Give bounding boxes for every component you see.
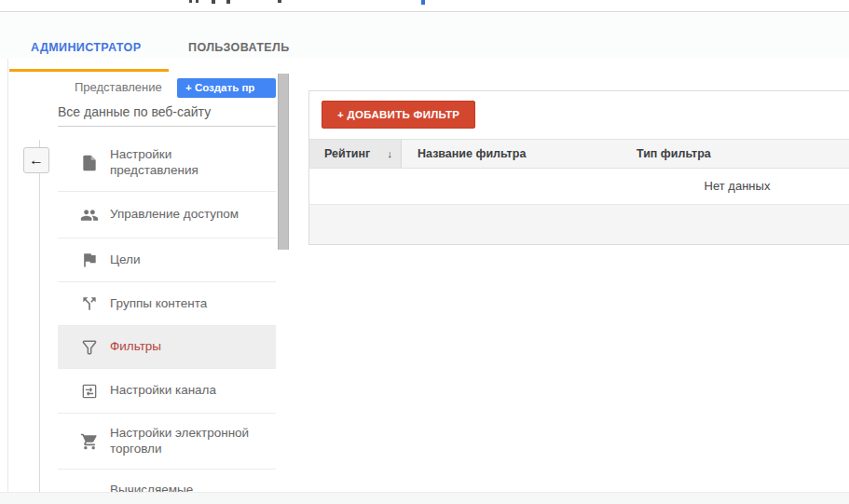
sidebar-item-view-settings[interactable]: Настройки представления: [58, 134, 276, 192]
sidebar-item-content-grouping[interactable]: Группы контента: [58, 282, 276, 326]
table-empty-state: Нет данных: [309, 169, 849, 204]
bottom-edge-strip: [0, 492, 849, 504]
cutoff-text-fragment: [212, 0, 215, 4]
back-button[interactable]: ←: [23, 147, 49, 173]
view-section-label: Представление: [75, 80, 162, 94]
add-filter-button[interactable]: + ДОБАВИТЬ ФИЛЬТР: [322, 101, 475, 129]
filters-card: + ДОБАВИТЬ ФИЛЬТР Рейтинг ↓ Название фил…: [308, 90, 849, 245]
split-icon: [80, 294, 99, 313]
cutoff-text-fragment: [421, 0, 425, 5]
sidebar-item-label: Настройки электронной торговли: [110, 426, 257, 457]
people-icon: [80, 206, 99, 225]
sidebar-item-label: Управление доступом: [110, 207, 239, 223]
sidebar-item-label: Настройки представления: [110, 147, 257, 179]
column-header-filter-name: Название фильтра: [418, 140, 526, 168]
cart-icon: [80, 432, 99, 451]
view-selector-dropdown[interactable]: Все данные по веб-сайту: [58, 104, 276, 127]
column-header-rank-label: Рейтинг: [324, 147, 370, 160]
sidebar-menu: Настройки представленияУправление доступ…: [58, 134, 276, 504]
sidebar-item-user-management[interactable]: Управление доступом: [58, 192, 276, 238]
table-header-row: Рейтинг ↓ Название фильтра Тип фильтра: [309, 139, 849, 169]
channel-icon: [80, 382, 99, 401]
hierarchy-line: [39, 140, 40, 494]
cutoff-text-fragment: [226, 0, 230, 4]
sidebar-item-goals[interactable]: Цели: [58, 238, 276, 282]
active-tab-underline: [9, 69, 169, 72]
tab-user[interactable]: ПОЛЬЗОВАТЕЛЬ: [188, 41, 290, 54]
tab-bar: АДМИНИСТРАТОР ПОЛЬЗОВАТЕЛЬ: [0, 13, 849, 59]
sidebar-item-channel-settings[interactable]: Настройки канала: [58, 369, 276, 414]
cutoff-text-fragment: [196, 0, 199, 3]
sidebar-scrollbar-thumb[interactable]: [278, 74, 289, 250]
sort-descending-icon: ↓: [388, 140, 393, 168]
column-header-filter-type: Тип фильтра: [637, 140, 711, 168]
sidebar-item-filters[interactable]: Фильтры: [58, 326, 276, 369]
document-icon: [80, 154, 99, 172]
tab-administrator[interactable]: АДМИНИСТРАТОР: [31, 41, 141, 54]
cutoff-header-strip: [0, 0, 849, 12]
filter-icon: [80, 338, 99, 357]
cutoff-text-fragment: [189, 0, 192, 3]
flag-icon: [80, 251, 99, 269]
sidebar-left-border: [7, 59, 8, 494]
sidebar-item-label: Фильтры: [110, 339, 161, 355]
cutoff-text-fragment: [278, 0, 281, 3]
sidebar-item-label: Настройки канала: [110, 383, 216, 399]
sidebar-item-label: Цели: [110, 252, 140, 268]
table-footer: [309, 204, 849, 244]
create-view-button[interactable]: + Создать пр: [177, 78, 276, 98]
sidebar-item-label: Группы контента: [110, 296, 207, 312]
sidebar-item-ecommerce-settings[interactable]: Настройки электронной торговли: [58, 414, 276, 470]
back-arrow-icon: ←: [29, 152, 44, 169]
column-header-rank[interactable]: Рейтинг ↓: [309, 140, 402, 168]
